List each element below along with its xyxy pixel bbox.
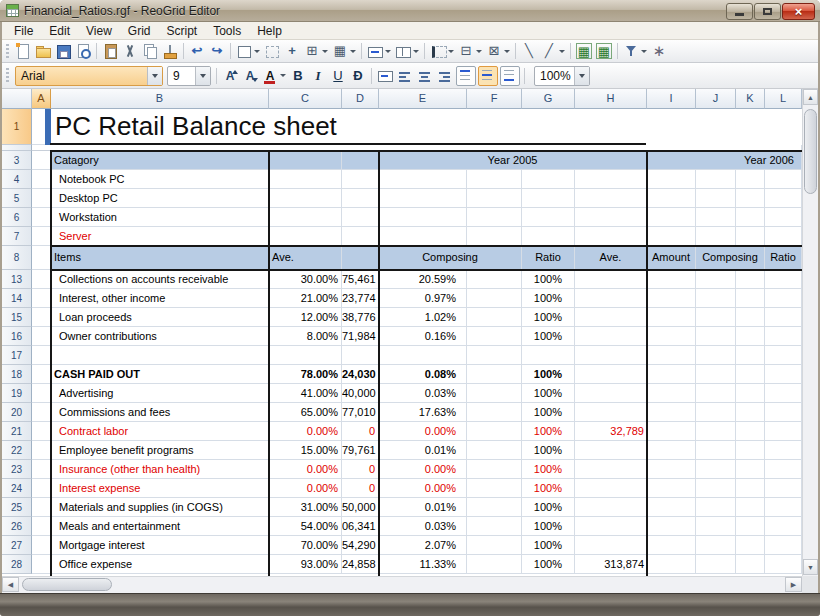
row-header-26[interactable]: 26 xyxy=(2,517,32,536)
cell-L19[interactable] xyxy=(765,384,802,403)
merge-cells-button[interactable] xyxy=(365,41,393,61)
cell-B19[interactable]: Advertising xyxy=(51,384,269,403)
cell-D24[interactable]: 0 xyxy=(342,479,379,498)
row-header-5[interactable]: 5 xyxy=(2,189,32,208)
cell-L26[interactable] xyxy=(765,517,802,536)
vertical-scroll-thumb[interactable] xyxy=(804,109,817,194)
cell-F19[interactable] xyxy=(467,384,522,403)
cell-A14[interactable] xyxy=(32,289,51,308)
cell-F21[interactable] xyxy=(467,422,522,441)
cell-G7[interactable] xyxy=(522,227,575,246)
cell-H17[interactable] xyxy=(575,346,647,365)
cell-D4[interactable] xyxy=(342,170,379,189)
cell-K25[interactable] xyxy=(736,498,765,517)
cell-E28[interactable]: 11.33% xyxy=(379,555,467,574)
cell-J21[interactable] xyxy=(696,422,736,441)
cell-B13[interactable]: Collections on accounts receivable xyxy=(51,270,269,289)
cell-J13[interactable] xyxy=(696,270,736,289)
column-header-F[interactable]: F xyxy=(467,89,522,109)
cell-L17[interactable] xyxy=(765,346,802,365)
cell-L22[interactable] xyxy=(765,441,802,460)
cut-button[interactable] xyxy=(120,41,140,61)
cell-E26[interactable]: 0.03% xyxy=(379,517,467,536)
cell-B26[interactable]: Meals and entertainment xyxy=(51,517,269,536)
cell-J22[interactable] xyxy=(696,441,736,460)
cell-C20[interactable]: 65.00% xyxy=(269,403,342,422)
cell-I27[interactable] xyxy=(647,536,696,555)
cell-I14[interactable] xyxy=(647,289,696,308)
row-header-8[interactable]: 8 xyxy=(2,246,32,270)
horizontal-scrollbar[interactable]: ◀ ▶ xyxy=(2,576,802,593)
column-header-B[interactable]: B xyxy=(51,89,269,109)
cell-C25[interactable]: 31.00% xyxy=(269,498,342,517)
cell-format-button[interactable]: ∗ xyxy=(649,41,669,61)
cell-A3[interactable] xyxy=(32,151,51,170)
unfreeze-panes-button[interactable]: ▦ xyxy=(594,41,614,61)
cell-H8[interactable]: Ave. xyxy=(575,246,647,270)
cell-L16[interactable] xyxy=(765,327,802,346)
cell-L6[interactable] xyxy=(765,208,802,227)
toolbar-grip[interactable] xyxy=(6,68,9,83)
cell-H24[interactable] xyxy=(575,479,647,498)
cell-G26[interactable]: 100% xyxy=(522,517,575,536)
cell-G5[interactable] xyxy=(522,189,575,208)
row-header-25[interactable]: 25 xyxy=(2,498,32,517)
cell-E5[interactable] xyxy=(379,189,467,208)
cell-C24[interactable]: 0.00% xyxy=(269,479,342,498)
cell-B1[interactable]: PC Retail Balance sheet xyxy=(51,109,802,145)
cell-J8[interactable]: Composing xyxy=(696,246,765,270)
cell-F18[interactable] xyxy=(467,365,522,384)
cell-I16[interactable] xyxy=(647,327,696,346)
cell-L21[interactable] xyxy=(765,422,802,441)
align-left-button[interactable] xyxy=(395,66,415,86)
cell-L7[interactable] xyxy=(765,227,802,246)
cell-C21[interactable]: 0.00% xyxy=(269,422,342,441)
column-header-J[interactable]: J xyxy=(696,89,736,109)
cell-H16[interactable] xyxy=(575,327,647,346)
row-header-21[interactable]: 21 xyxy=(2,422,32,441)
cell-C4[interactable] xyxy=(269,170,342,189)
cell-H5[interactable] xyxy=(575,189,647,208)
cell-K22[interactable] xyxy=(736,441,765,460)
cell-H19[interactable] xyxy=(575,384,647,403)
cell-G28[interactable]: 100% xyxy=(522,555,575,574)
cell-A21[interactable] xyxy=(32,422,51,441)
maximize-button[interactable] xyxy=(754,3,781,20)
cell-F5[interactable] xyxy=(467,189,522,208)
cell-G18[interactable]: 100% xyxy=(522,365,575,384)
menu-tools[interactable]: Tools xyxy=(205,23,249,39)
cell-E6[interactable] xyxy=(379,208,467,227)
cell-D5[interactable] xyxy=(342,189,379,208)
diagonal-up-button[interactable]: ╱ xyxy=(539,41,567,61)
valign-bottom-button[interactable] xyxy=(500,66,520,86)
cell-K6[interactable] xyxy=(736,208,765,227)
menu-view[interactable]: View xyxy=(78,23,120,39)
cell-A28[interactable] xyxy=(32,555,51,574)
cell-G15[interactable]: 100% xyxy=(522,308,575,327)
column-header-I[interactable]: I xyxy=(647,89,696,109)
cell-A15[interactable] xyxy=(32,308,51,327)
cell-H22[interactable] xyxy=(575,441,647,460)
cell-C27[interactable]: 70.00% xyxy=(269,536,342,555)
cell-F16[interactable] xyxy=(467,327,522,346)
cell-I21[interactable] xyxy=(647,422,696,441)
cell-B4[interactable]: Notebook PC xyxy=(51,170,269,189)
no-borders-button[interactable] xyxy=(262,41,282,61)
cell-D26[interactable]: 06,341 xyxy=(342,517,379,536)
row-header-24[interactable]: 24 xyxy=(2,479,32,498)
cell-E18[interactable]: 0.08% xyxy=(379,365,467,384)
cell-F28[interactable] xyxy=(467,555,522,574)
cell-D21[interactable]: 0 xyxy=(342,422,379,441)
cell-I6[interactable] xyxy=(647,208,696,227)
row-header-18[interactable]: 18 xyxy=(2,365,32,384)
cell-E13[interactable]: 20.59% xyxy=(379,270,467,289)
cell-L8[interactable]: Ratio xyxy=(765,246,802,270)
cell-A27[interactable] xyxy=(32,536,51,555)
cell-G14[interactable]: 100% xyxy=(522,289,575,308)
align-center-button[interactable] xyxy=(415,66,435,86)
cell-C8[interactable]: Ave. xyxy=(269,246,342,270)
cell-I19[interactable] xyxy=(647,384,696,403)
cell-B15[interactable]: Loan proceeds xyxy=(51,308,269,327)
cell-E27[interactable]: 2.07% xyxy=(379,536,467,555)
cell-F20[interactable] xyxy=(467,403,522,422)
